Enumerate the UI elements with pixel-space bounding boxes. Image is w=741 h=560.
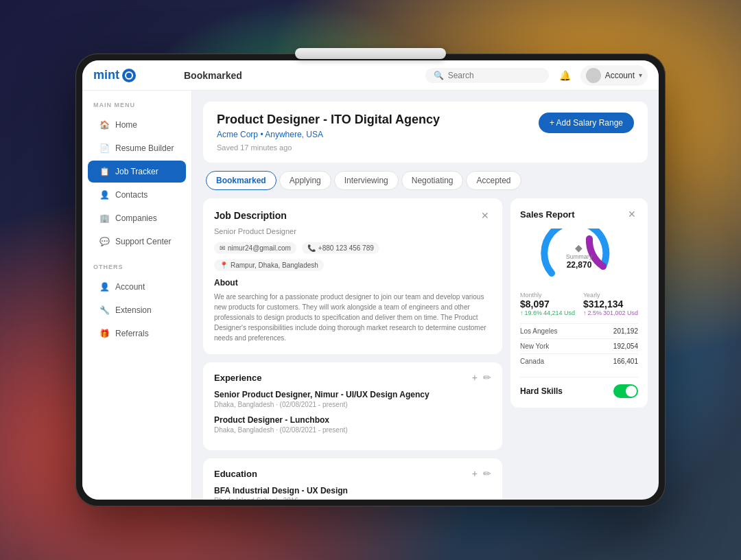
sidebar-item-job-tracker[interactable]: 📋 Job Tracker: [88, 161, 186, 183]
tablet-frame: mint Bookmarked 🔍 🔔 Account ▾ MAIN: [75, 54, 666, 506]
logo: mint: [93, 68, 176, 82]
locations-list: Los Angeles 201,192 New York 192,054 Can…: [520, 323, 638, 369]
hard-skills-toggle[interactable]: [613, 384, 638, 398]
add-experience-button[interactable]: +: [472, 372, 478, 383]
support-icon: 💬: [99, 236, 110, 247]
phone-chip: 📞 +880 123 456 789: [302, 242, 379, 254]
job-header: Product Designer - ITO Digital Agency Ac…: [203, 102, 648, 163]
monthly-label: Monthly: [520, 292, 575, 299]
donut-center: ◆ Summary 22,870: [566, 242, 593, 270]
job-company: Acme Corp • Anywhere, USA: [217, 130, 440, 139]
notification-bell-icon[interactable]: 🔔: [557, 67, 574, 84]
contact-row: ✉ nimur24@gmail.com 📞 +880 123 456 789 📍: [214, 242, 491, 271]
sidebar-item-extension[interactable]: 🔧 Extension: [88, 299, 186, 321]
job-description-title: Job Description: [214, 210, 287, 221]
tab-negotiating[interactable]: Negotiating: [401, 171, 464, 190]
email-icon: ✉: [220, 244, 225, 252]
add-salary-button[interactable]: + Add Salary Range: [539, 113, 634, 133]
sidebar-item-support-label: Support Center: [115, 237, 171, 246]
location-value: Rampur, Dhaka, Bangladesh: [231, 261, 318, 269]
search-input[interactable]: [448, 71, 530, 80]
location-name-0: Los Angeles: [520, 327, 558, 335]
sidebar-item-contacts[interactable]: 👤 Contacts: [88, 184, 186, 206]
tab-interviewing[interactable]: Interviewing: [334, 171, 399, 190]
up-arrow-yearly-icon: ↑: [583, 310, 587, 316]
location-row-1: New York 192,054: [520, 338, 638, 353]
add-education-button[interactable]: +: [472, 468, 478, 479]
sales-close-button[interactable]: ✕: [626, 208, 638, 220]
education-header: Education + ✏: [214, 468, 491, 479]
tabs-row: Bookmarked Applying Interviewing Negotia…: [203, 171, 648, 190]
sidebar-item-referrals-label: Referrals: [115, 329, 149, 338]
monthly-value: $8,097: [520, 299, 575, 310]
up-arrow-icon: ↑: [520, 310, 524, 316]
sidebar-item-account-label: Account: [115, 282, 145, 292]
job-description-card: Job Description ✕ Senior Product Designe…: [203, 198, 502, 354]
location-row-0: Los Angeles 201,192: [520, 323, 638, 338]
location-row-2: Canada 166,401: [520, 353, 638, 369]
extension-icon: 🔧: [99, 305, 110, 316]
yearly-change: ↑ 2.5% 301,002 Usd: [583, 310, 638, 316]
exp-subtitle-0: Dhaka, Bangladesh · (02/08/2021 - presen…: [214, 401, 491, 408]
hard-skills-row: Hard Skills: [520, 377, 638, 398]
donut-icon: ◆: [566, 242, 593, 253]
experience-actions: + ✏: [472, 372, 491, 383]
job-saved-time: Saved 17 minutes ago: [217, 143, 440, 152]
avatar: [586, 68, 601, 83]
education-item-0: BFA Industrial Design - UX Design Rhode …: [214, 486, 491, 500]
sidebar: MAIN MENU 🏠 Home 📄 Resume Builder 📋 Job …: [82, 91, 192, 500]
yearly-value: $312,134: [583, 299, 638, 310]
experience-card: Experience + ✏ Senior Product Designer, …: [203, 362, 502, 450]
companies-icon: 🏢: [99, 213, 110, 224]
hard-skills-label: Hard Skills: [520, 386, 563, 396]
education-card: Education + ✏ BFA Industrial Design - UX…: [203, 458, 502, 500]
experience-item-1: Product Designer - Lunchbox Dhaka, Bangl…: [214, 415, 491, 434]
referrals-icon: 🎁: [99, 328, 110, 339]
location-name-1: New York: [520, 342, 549, 350]
location-value-0: 201,192: [613, 327, 638, 335]
account-icon: 👤: [99, 281, 110, 292]
monthly-change-pct: 19.6%: [525, 310, 543, 316]
logo-icon: [122, 69, 136, 82]
search-bar[interactable]: 🔍: [425, 68, 549, 83]
sidebar-item-home-label: Home: [115, 120, 137, 130]
tab-accepted[interactable]: Accepted: [466, 171, 521, 190]
edit-experience-button[interactable]: ✏: [483, 372, 491, 383]
sidebar-item-job-tracker-label: Job Tracker: [115, 167, 158, 176]
card-header: Job Description ✕: [214, 209, 491, 222]
job-description-subtitle: Senior Product Designer: [214, 227, 491, 235]
sidebar-item-referrals[interactable]: 🎁 Referrals: [88, 323, 186, 345]
monthly-change: ↑ 19.6% 44,214 Usd: [520, 310, 575, 316]
sidebar-item-support[interactable]: 💬 Support Center: [88, 231, 186, 253]
monthly-stat: Monthly $8,097 ↑ 19.6% 44,214 Usd: [520, 292, 575, 316]
sidebar-item-extension-label: Extension: [115, 305, 152, 315]
stats-row: Monthly $8,097 ↑ 19.6% 44,214 Usd: [520, 292, 638, 316]
tablet-screen: mint Bookmarked 🔍 🔔 Account ▾ MAIN: [82, 60, 659, 500]
experience-item-0: Senior Product Designer, Nimur - UI/UX D…: [214, 390, 491, 408]
location-name-2: Canada: [520, 358, 544, 365]
location-value-1: 192,054: [613, 342, 638, 350]
about-title: About: [214, 278, 491, 288]
close-button[interactable]: ✕: [479, 209, 491, 222]
sidebar-item-companies[interactable]: 🏢 Companies: [88, 207, 186, 229]
yearly-change-pct: 2.5%: [587, 310, 602, 316]
resume-icon: 📄: [99, 143, 110, 154]
exp-title-0: Senior Product Designer, Nimur - UI/UX D…: [214, 390, 491, 399]
email-chip: ✉ nimur24@gmail.com: [214, 242, 296, 254]
sidebar-item-resume-builder[interactable]: 📄 Resume Builder: [88, 137, 186, 159]
edit-education-button[interactable]: ✏: [483, 468, 491, 479]
job-tracker-icon: 📋: [99, 166, 110, 177]
sidebar-item-account[interactable]: 👤 Account: [88, 276, 186, 298]
sidebar-item-home[interactable]: 🏠 Home: [88, 114, 186, 136]
sales-header: Sales Report ✕: [520, 208, 638, 220]
tab-applying[interactable]: Applying: [279, 171, 331, 190]
account-button[interactable]: Account ▾: [580, 65, 648, 86]
left-col: Job Description ✕ Senior Product Designe…: [203, 198, 502, 500]
sidebar-item-contacts-label: Contacts: [115, 190, 148, 200]
phone-icon: 📞: [307, 244, 316, 252]
sidebar-others: OTHERS 👤 Account 🔧 Extension 🎁 Referrals: [82, 264, 191, 345]
phone-value: +880 123 456 789: [318, 244, 374, 252]
summary-label: Summary: [566, 253, 593, 260]
summary-value: 22,870: [566, 260, 593, 270]
tab-bookmarked[interactable]: Bookmarked: [206, 171, 277, 190]
